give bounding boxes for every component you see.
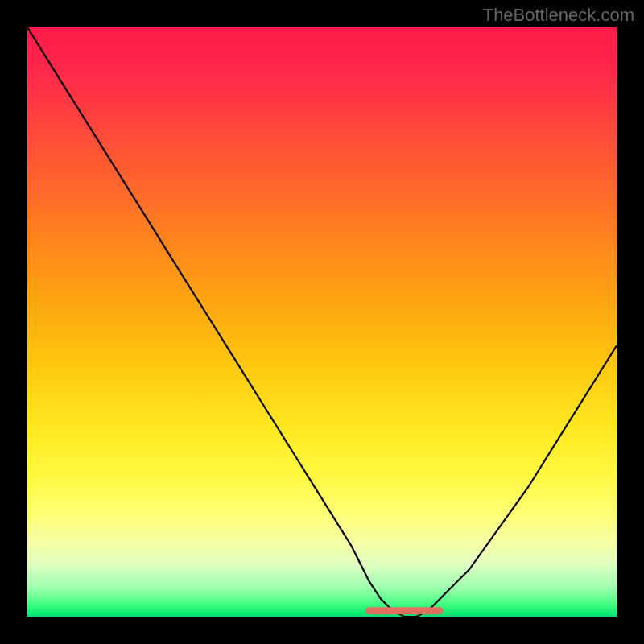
plot-area — [27, 27, 617, 617]
bottleneck-curve — [27, 27, 617, 617]
watermark-text: TheBottleneck.com — [483, 5, 634, 26]
chart-svg — [27, 27, 617, 617]
